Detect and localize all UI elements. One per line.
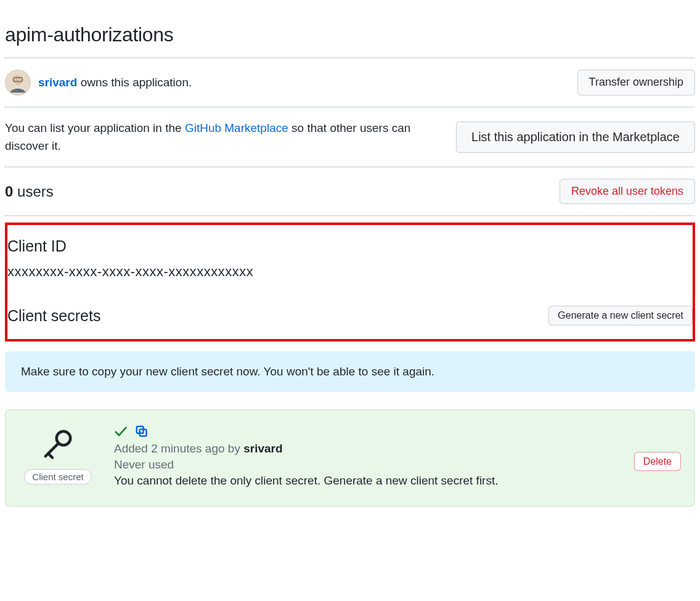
client-secret-card: Client secret Added 2 minutes ago by sri…	[5, 409, 695, 507]
divider	[5, 215, 695, 216]
owner-username-link[interactable]: srivard	[38, 76, 77, 89]
secret-delete-note: You cannot delete the only client secret…	[114, 474, 617, 488]
copy-icon[interactable]	[135, 425, 149, 438]
delete-secret-button[interactable]: Delete	[634, 452, 681, 471]
client-id-label: Client ID	[7, 237, 693, 255]
client-id-value: xxxxxxxx-xxxx-xxxx-xxxx-xxxxxxxxxxxx	[7, 264, 693, 280]
page-title: apim-authorizations	[5, 23, 695, 46]
copy-secret-warning: Make sure to copy your new client secret…	[5, 351, 695, 392]
marketplace-section: You can list your application in the Git…	[5, 108, 695, 166]
client-secrets-header: Client secrets Generate a new client sec…	[7, 306, 693, 325]
secret-added-by: srivard	[243, 442, 282, 455]
marketplace-description: You can list your application in the Git…	[5, 119, 449, 155]
owner-text: srivard owns this application.	[38, 76, 192, 89]
users-count-label: users	[13, 183, 53, 200]
owner-section: srivard owns this application. Transfer …	[5, 59, 695, 107]
secret-added-prefix: Added 2 minutes ago by	[114, 442, 243, 455]
avatar	[5, 70, 31, 96]
generate-new-client-secret-button[interactable]: Generate a new client secret	[548, 306, 693, 325]
users-count-number: 0	[5, 183, 13, 200]
check-icon	[114, 425, 128, 438]
users-count: 0 users	[5, 183, 54, 200]
owner-suffix: owns this application.	[77, 76, 192, 89]
secret-added-meta: Added 2 minutes ago by srivard	[114, 442, 617, 456]
list-in-marketplace-button[interactable]: List this application in the Marketplace	[456, 121, 695, 153]
revoke-all-tokens-button[interactable]: Revoke all user tokens	[560, 179, 695, 205]
client-secret-badge: Client secret	[24, 469, 91, 484]
key-icon	[41, 427, 75, 460]
client-secrets-label: Client secrets	[7, 307, 100, 325]
svg-point-1	[14, 75, 23, 84]
github-marketplace-link[interactable]: GitHub Marketplace	[185, 121, 288, 134]
transfer-ownership-button[interactable]: Transfer ownership	[577, 70, 695, 96]
marketplace-text-pre: You can list your application in the	[5, 121, 185, 134]
users-section: 0 users Revoke all user tokens	[5, 168, 695, 216]
secret-used-meta: Never used	[114, 458, 617, 472]
client-credentials-highlight: Client ID xxxxxxxx-xxxx-xxxx-xxxx-xxxxxx…	[5, 223, 695, 341]
avatar-icon	[6, 70, 30, 95]
